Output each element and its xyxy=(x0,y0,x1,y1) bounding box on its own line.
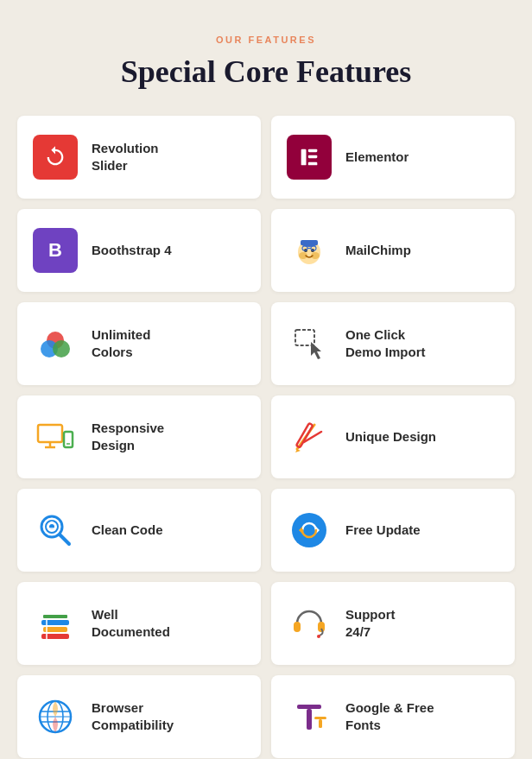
free-update-label: Free Update xyxy=(345,522,421,539)
feature-card-clean-code: Clean Code xyxy=(17,489,261,572)
bootstrap-icon: B xyxy=(33,228,78,273)
one-click-demo-label: One ClickDemo Import xyxy=(345,326,426,362)
clean-code-label: Clean Code xyxy=(92,522,163,539)
feature-card-one-click-demo: One ClickDemo Import xyxy=(271,302,515,385)
feature-card-responsive-design: ResponsiveDesign xyxy=(17,395,261,478)
free-update-icon xyxy=(287,508,332,553)
google-fonts-label: Google & FreeFonts xyxy=(345,699,434,735)
svg-marker-18 xyxy=(311,342,321,359)
svg-rect-41 xyxy=(43,615,67,618)
feature-card-support247: Support24/7 xyxy=(271,582,515,665)
svg-rect-8 xyxy=(301,240,318,245)
feature-card-free-update: Free Update xyxy=(271,489,515,572)
svg-rect-40 xyxy=(41,620,69,625)
feature-card-elementor: Elementor xyxy=(271,116,515,199)
svg-line-31 xyxy=(60,534,69,544)
bootstrap4-label: Boothstrap 4 xyxy=(92,242,172,259)
one-click-demo-icon xyxy=(287,321,332,366)
svg-rect-3 xyxy=(308,162,318,166)
browser-compatibility-label: BrowserCompatibility xyxy=(92,699,174,735)
unlimited-colors-icon xyxy=(33,321,78,366)
unique-design-label: Unique Design xyxy=(345,428,436,446)
mailchimp-icon xyxy=(287,228,332,273)
svg-rect-2 xyxy=(308,155,318,159)
svg-point-35 xyxy=(292,513,326,547)
feature-card-google-fonts: Google & FreeFonts xyxy=(271,675,515,758)
svg-rect-56 xyxy=(319,719,322,728)
browser-compatibility-icon xyxy=(33,694,78,739)
svg-rect-46 xyxy=(318,622,325,632)
svg-rect-55 xyxy=(314,717,326,719)
well-documented-icon xyxy=(33,601,78,646)
svg-rect-54 xyxy=(307,709,312,730)
feature-card-mailchimp: MailChimp xyxy=(271,209,515,292)
svg-rect-26 xyxy=(296,423,313,447)
support247-label: Support24/7 xyxy=(345,606,396,642)
feature-card-bootstrap4: B Boothstrap 4 xyxy=(17,209,261,292)
mailchimp-label: MailChimp xyxy=(345,242,411,259)
feature-card-browser-compatibility: BrowserCompatibility xyxy=(17,675,261,758)
svg-point-16 xyxy=(53,340,70,357)
responsive-design-icon xyxy=(33,414,78,459)
elementor-label: Elementor xyxy=(345,149,408,166)
feature-card-well-documented: WellDocumented xyxy=(17,582,261,665)
svg-rect-45 xyxy=(294,622,301,632)
features-grid: RevolutionSlider Elementor B Boothstrap … xyxy=(17,116,515,758)
revolution-slider-label: RevolutionSlider xyxy=(92,140,159,175)
unlimited-colors-label: UnlimitedColors xyxy=(92,326,150,362)
unique-design-icon xyxy=(287,414,332,459)
page-title: Special Core Features xyxy=(121,54,412,90)
svg-rect-38 xyxy=(41,634,69,639)
well-documented-label: WellDocumented xyxy=(92,606,170,642)
feature-card-unlimited-colors: UnlimitedColors xyxy=(17,302,261,385)
google-fonts-icon xyxy=(287,694,332,739)
responsive-design-label: ResponsiveDesign xyxy=(92,420,164,455)
svg-rect-22 xyxy=(64,432,73,447)
svg-rect-1 xyxy=(308,149,318,153)
revolution-slider-icon xyxy=(33,135,78,180)
clean-code-icon xyxy=(33,508,78,553)
elementor-icon xyxy=(287,135,332,180)
support247-icon xyxy=(287,601,332,646)
svg-rect-19 xyxy=(38,425,62,442)
svg-rect-53 xyxy=(297,705,321,709)
section-label: OUR FEATURES xyxy=(216,35,316,45)
feature-card-revolution-slider: RevolutionSlider xyxy=(17,116,261,199)
svg-point-47 xyxy=(317,635,320,638)
svg-rect-0 xyxy=(301,149,307,166)
feature-card-unique-design: Unique Design xyxy=(271,395,515,478)
